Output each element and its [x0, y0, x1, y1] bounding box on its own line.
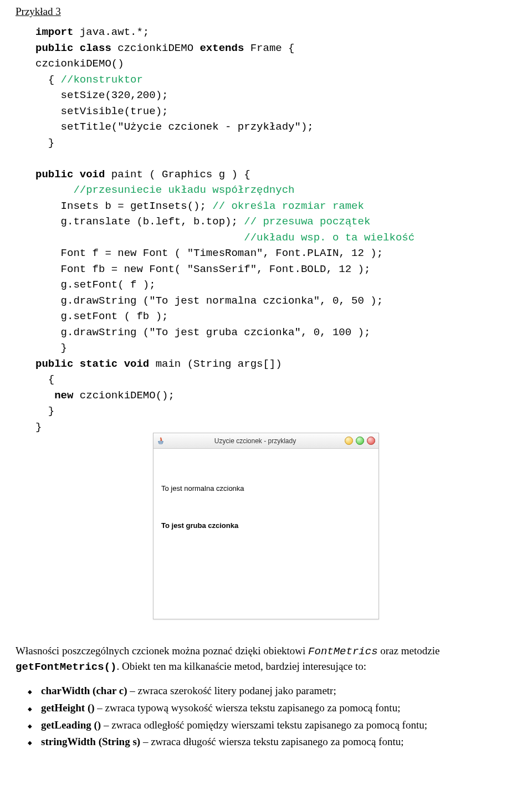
code-text: g.setFont( f );	[35, 279, 156, 291]
code-text: czcionkiDEMO	[111, 42, 200, 54]
code-text: Frame {	[244, 42, 294, 54]
code-text: }	[35, 421, 42, 433]
method-name: getFontMetrics()	[16, 661, 116, 673]
svg-point-0	[158, 441, 163, 442]
method-name: getLeading ()	[41, 719, 101, 731]
code-text: }	[35, 137, 54, 149]
java-icon	[156, 436, 166, 446]
code-comment: // określa rozmiar ramek	[212, 200, 364, 212]
list-item: stringWidth (String s) – zwraca długość …	[28, 735, 516, 749]
list-item: getHeight () – zwraca typową wysokość wi…	[28, 701, 516, 715]
list-item: charWidth (char c) – zwraca szerokość li…	[28, 684, 516, 698]
kw-public-class: public class	[35, 42, 111, 54]
code-text: czcionkiDEMO()	[35, 58, 124, 70]
para-text: Własności poszczególnych czcionek można …	[16, 645, 308, 656]
method-name: stringWidth (String s)	[41, 736, 140, 747]
method-desc: – zwraca długość wiersza tekstu zapisane…	[140, 736, 403, 747]
code-comment: // przesuwa początek	[244, 216, 370, 228]
window-text-normal: To jest normalna czcionka	[161, 484, 371, 493]
code-text: g.translate (b.left, b.top);	[35, 216, 244, 228]
example-heading: Przykład 3	[16, 6, 516, 18]
methods-list: charWidth (char c) – zwraca szerokość li…	[28, 684, 516, 749]
code-text: setTitle("Użycie czcionek - przykłady");	[35, 121, 314, 133]
code-block: import java.awt.*; public class czcionki…	[35, 24, 516, 435]
code-comment: //układu wsp. o ta wielkość	[35, 232, 415, 244]
code-text: Insets b = getInsets();	[35, 200, 212, 212]
code-text: Font fb = new Font( "SansSerif", Font.BO…	[35, 263, 370, 275]
code-text: {	[35, 74, 61, 86]
window-body: To jest normalna czcionka To jest gruba …	[154, 449, 378, 535]
kw-new: new	[35, 389, 73, 402]
list-item: getLeading () – zwraca odległość pomiędz…	[28, 719, 516, 732]
kw-extends: extends	[200, 42, 244, 54]
code-text: java.awt.*;	[73, 26, 149, 38]
window-buttons	[345, 437, 375, 445]
object-name: FontMetrics	[308, 645, 377, 658]
code-text: g.setFont ( fb );	[35, 310, 168, 322]
demo-window: Uzycie czcionek - przyklady To jest norm…	[153, 433, 379, 619]
code-text: Font f = new Font ( "TimesRoman", Font.P…	[35, 247, 383, 259]
kw-public-void: public void	[35, 168, 105, 181]
window-text-bold: To jest gruba czcionka	[161, 521, 371, 530]
method-name: getHeight ()	[41, 702, 95, 714]
code-text: g.drawString ("To jest gruba czcionka", …	[35, 326, 370, 338]
maximize-button[interactable]	[356, 437, 364, 445]
method-desc: – zwraca typową wysokość wiersza tekstu …	[95, 702, 401, 714]
code-text: }	[35, 342, 67, 354]
code-text: {	[35, 373, 54, 386]
code-text: czcionkiDEMO();	[73, 389, 174, 402]
minimize-button[interactable]	[345, 437, 353, 445]
code-comment: //przesuniecie układu współrzędnych	[35, 184, 294, 196]
code-text: main (String args[])	[149, 358, 282, 370]
code-text: setVisible(true);	[35, 105, 168, 117]
window-titlebar: Uzycie czcionek - przyklady	[154, 433, 378, 449]
code-comment: //konstruktor	[61, 74, 143, 86]
para-text: . Obiekt ten ma kilkanaście metod, bardz…	[116, 660, 366, 672]
paragraph-fontmetrics: Własności poszczególnych czcionek można …	[16, 644, 516, 674]
code-text: g.drawString ("To jest normalna czcionka…	[35, 295, 383, 307]
method-desc: – zwraca szerokość litery podanej jako p…	[127, 685, 336, 696]
method-name: charWidth (char c)	[41, 685, 127, 696]
close-button[interactable]	[367, 437, 375, 445]
method-desc: – zwraca odległość pomiędzy wierszami te…	[101, 719, 427, 731]
window-title: Uzycie czcionek - przyklady	[166, 437, 345, 445]
code-text: setSize(320,200);	[35, 89, 168, 101]
kw-import: import	[35, 26, 73, 38]
para-text: oraz metodzie	[378, 645, 440, 656]
kw-psvm: public static void	[35, 358, 149, 370]
code-text: paint ( Graphics g ) {	[105, 168, 250, 181]
code-text: }	[35, 405, 54, 417]
